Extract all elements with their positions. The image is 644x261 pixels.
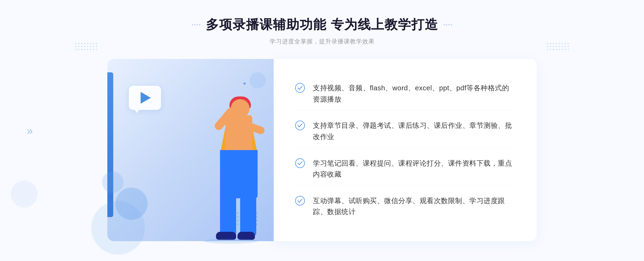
play-triangle-icon bbox=[141, 92, 151, 104]
play-icon-area bbox=[129, 86, 161, 113]
feature-text-3: 学习笔记回看、课程提问、课程评论打分、课件资料下载，重点内容收藏 bbox=[313, 158, 515, 180]
check-icon-2 bbox=[295, 121, 305, 130]
page-container: » 多项录播课辅助功能 专为线上教学打造 学习进度全掌握，提升录播课教学效果 bbox=[0, 0, 644, 261]
check-icon-4 bbox=[295, 196, 305, 206]
svg-point-1 bbox=[295, 121, 305, 130]
subtitle: 学习进度全掌握，提升录播课教学效果 bbox=[192, 38, 452, 46]
title-decoration-left bbox=[192, 24, 200, 25]
left-image-section: ✦ « bbox=[107, 59, 274, 241]
blue-vertical-bar bbox=[107, 72, 113, 217]
feature-item-3: 学习笔记回看、课程提问、课程评论打分、课件资料下载，重点内容收藏 bbox=[295, 152, 515, 186]
character-illustration bbox=[182, 91, 279, 241]
check-icon-1 bbox=[295, 83, 305, 93]
header-title-row: 多项录播课辅助功能 专为线上教学打造 bbox=[192, 16, 452, 33]
large-deco-circle bbox=[91, 201, 145, 255]
header-section: 多项录播课辅助功能 专为线上教学打造 学习进度全掌握，提升录播课教学效果 bbox=[192, 16, 452, 46]
ground-shadow bbox=[204, 238, 258, 244]
feature-text-2: 支持章节目录、弹题考试、课后练习、课后作业、章节测验、批改作业 bbox=[313, 120, 515, 142]
page-chevrons-left: » bbox=[27, 125, 33, 136]
char-leg-left bbox=[220, 193, 236, 236]
small-deco-circle bbox=[250, 72, 266, 88]
deco-circle-2 bbox=[102, 171, 123, 193]
main-title: 多项录播课辅助功能 专为线上教学打造 bbox=[206, 16, 438, 33]
check-icon-3 bbox=[295, 158, 305, 168]
right-content-section: 支持视频、音频、flash、word、excel、ppt、pdf等各种格式的资源… bbox=[274, 59, 537, 241]
sparkle-decoration: ✦ bbox=[242, 80, 247, 87]
dots-decoration-left bbox=[75, 43, 97, 50]
title-decoration-right bbox=[444, 24, 452, 25]
speech-bubble bbox=[129, 86, 161, 110]
feature-item-4: 互动弹幕、试听购买、微信分享、观看次数限制、学习进度跟踪、数据统计 bbox=[295, 190, 515, 223]
svg-point-0 bbox=[295, 83, 305, 92]
char-leg-right bbox=[240, 193, 256, 236]
svg-point-2 bbox=[295, 159, 305, 168]
dots-decoration-right bbox=[547, 43, 569, 50]
svg-point-3 bbox=[295, 196, 305, 205]
deco-circle-page-left bbox=[11, 181, 38, 207]
character-figure bbox=[191, 94, 271, 241]
feature-item-1: 支持视频、音频、flash、word、excel、ppt、pdf等各种格式的资源… bbox=[295, 77, 515, 110]
char-pants bbox=[220, 150, 258, 198]
feature-text-1: 支持视频、音频、flash、word、excel、ppt、pdf等各种格式的资源… bbox=[313, 83, 515, 105]
feature-item-2: 支持章节目录、弹题考试、课后练习、课后作业、章节测验、批改作业 bbox=[295, 115, 515, 148]
content-area: ✦ « bbox=[107, 59, 537, 241]
feature-text-4: 互动弹幕、试听购买、微信分享、观看次数限制、学习进度跟踪、数据统计 bbox=[313, 195, 515, 218]
